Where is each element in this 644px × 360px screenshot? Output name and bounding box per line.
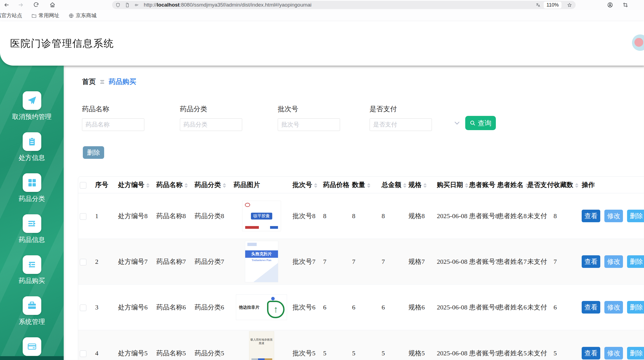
delete-button[interactable]: 删除 (627, 301, 644, 314)
column-header[interactable]: 批次号 (291, 177, 321, 193)
sidebar-item-personal-center[interactable]: 个人中心 (19, 337, 45, 360)
grid-icon (23, 173, 41, 192)
edit-button[interactable]: 修改 (604, 210, 623, 222)
cell-quantity: 5 (350, 330, 380, 360)
column-header[interactable]: 是否支付 (526, 177, 552, 193)
bookmark-folder[interactable]: 常用网址 (31, 12, 59, 19)
column-header-label: 批次号 (292, 181, 312, 188)
cell-total-amount: 5 (380, 330, 407, 360)
column-header[interactable]: 规格 (407, 177, 435, 193)
table-row: 2 处方编号7 药品名称7 药品分类7 头孢克肟片 Toubaokewo Pia… (78, 239, 644, 285)
column-header[interactable]: 购买日期 (435, 177, 467, 193)
view-button[interactable]: 查看 (582, 210, 600, 222)
profile-icon[interactable] (606, 1, 614, 9)
cell-purchase-date: 2025-06-08 (435, 193, 467, 239)
batch-no-input[interactable] (278, 118, 340, 131)
column-header[interactable]: 收藏数 (552, 177, 580, 193)
home-icon[interactable] (49, 1, 56, 9)
drug-image-label: 他达拉非片 (239, 305, 259, 310)
edit-button[interactable]: 修改 (604, 301, 623, 314)
edit-button[interactable]: 修改 (604, 347, 623, 359)
delete-button[interactable]: 删除 (627, 255, 644, 268)
column-header[interactable]: 总金额 (380, 177, 407, 193)
row-checkbox[interactable] (80, 259, 86, 265)
sort-arrows-icon[interactable] (314, 183, 317, 188)
column-header[interactable]: 药品分类 (193, 177, 232, 193)
sidebar-item-drug-purchase[interactable]: 药品购买 (19, 255, 45, 285)
column-header[interactable]: 患者姓名 (496, 177, 526, 193)
address-bar[interactable]: http://localhost:8080/ssmdjmya35f/admin/… (112, 1, 576, 9)
cell-total-amount: 7 (380, 239, 407, 285)
cell-favorite-count: 8 (552, 193, 580, 239)
screenshot-crop-icon[interactable] (622, 1, 629, 9)
app-header: 医院门诊管理信息系统 (0, 21, 644, 66)
column-header[interactable]: 药品名称 (155, 177, 193, 193)
sidebar-item-system-management[interactable]: 系统管理 (19, 296, 45, 326)
drug-image-label: 咳平胶囊 (251, 213, 272, 219)
cell-paid-status: 未支付 (526, 330, 552, 360)
url-text[interactable]: http://localhost:8080/ssmdjmya35f/admin/… (144, 2, 532, 8)
column-header[interactable]: 处方编号 (116, 177, 155, 193)
select-all-checkbox[interactable] (80, 182, 86, 189)
back-icon[interactable] (3, 1, 10, 9)
delete-button[interactable]: 删除 (627, 210, 644, 222)
drug-category-input[interactable] (180, 118, 242, 131)
reload-icon[interactable] (32, 1, 40, 9)
sort-arrows-icon[interactable] (575, 183, 578, 188)
cell-paid-status: 未支付 (526, 193, 552, 239)
view-button[interactable]: 查看 (582, 255, 600, 268)
view-button[interactable]: 查看 (582, 347, 600, 359)
cell-drug-category: 药品分类5 (193, 330, 232, 360)
sort-arrows-icon[interactable] (146, 183, 150, 188)
sort-arrows-icon[interactable] (185, 183, 188, 188)
translate-icon[interactable] (534, 1, 541, 8)
cell-price: 5 (321, 330, 350, 360)
site-permissions-icon[interactable] (133, 1, 140, 8)
cell-purchase-date: 2025-06-08 (435, 285, 467, 330)
bookmark-star-icon[interactable] (566, 1, 573, 8)
cell-favorite-count: 6 (552, 285, 580, 330)
sidebar-item-drug-info[interactable]: 药品信息 (19, 214, 45, 244)
sidebar-item-cancel-appointment[interactable]: 取消预约管理 (12, 91, 52, 121)
column-header[interactable]: 数量 (350, 177, 380, 193)
cell-favorite-count: 7 (552, 239, 580, 285)
cell-drug-name: 药品名称8 (155, 193, 193, 239)
sort-arrows-icon[interactable] (223, 183, 226, 188)
sort-arrows-icon[interactable] (367, 183, 370, 188)
chevron-down-icon[interactable] (453, 119, 461, 127)
delete-button[interactable]: 删除 (627, 347, 644, 359)
sort-arrows-icon[interactable] (423, 183, 427, 188)
cell-patient-account: 患者账号7 (467, 239, 496, 285)
edit-button[interactable]: 修改 (604, 255, 623, 268)
row-checkbox[interactable] (80, 213, 86, 220)
bookmark-item[interactable]: 京东商城 (69, 12, 96, 19)
breadcrumb-current[interactable]: 药品购买 (109, 77, 136, 86)
row-checkbox[interactable] (80, 350, 86, 357)
query-button[interactable]: 查询 (465, 116, 496, 130)
bulk-delete-button[interactable]: 删除 (83, 146, 104, 159)
sort-arrows-icon[interactable] (403, 183, 406, 188)
cell-patient-name: 患者姓名6 (496, 285, 526, 330)
drug-name-input[interactable] (82, 118, 144, 131)
zoom-level-badge[interactable]: 110% (544, 2, 561, 8)
sidebar-item-prescription-info[interactable]: 处方信息 (19, 132, 45, 162)
send-icon (23, 91, 41, 110)
globe-icon (69, 13, 74, 18)
page-icon[interactable] (124, 1, 131, 8)
breadcrumb: 首页 药品购买 (82, 77, 136, 86)
column-header[interactable]: 患者账号 (467, 177, 496, 193)
forward-icon[interactable] (17, 1, 25, 9)
cell-patient-account: 患者账号5 (467, 330, 496, 360)
column-header[interactable]: 药品价格 (321, 177, 350, 193)
shield-icon[interactable] (114, 1, 121, 8)
paid-status-select[interactable] (370, 118, 432, 131)
user-avatar[interactable] (632, 34, 644, 51)
sidebar-item-drug-category[interactable]: 药品分类 (19, 173, 45, 203)
sort-arrows-icon[interactable] (465, 183, 468, 188)
view-button[interactable]: 查看 (582, 301, 600, 314)
cell-index: 4 (93, 330, 116, 360)
row-checkbox[interactable] (80, 305, 86, 311)
bookmark-item[interactable]: 狐官方站点 (0, 12, 22, 19)
drug-image: 头孢克肟片 Toubaokewo Pian (245, 241, 278, 282)
drug-image-label: 头孢克肟片 (245, 250, 278, 258)
